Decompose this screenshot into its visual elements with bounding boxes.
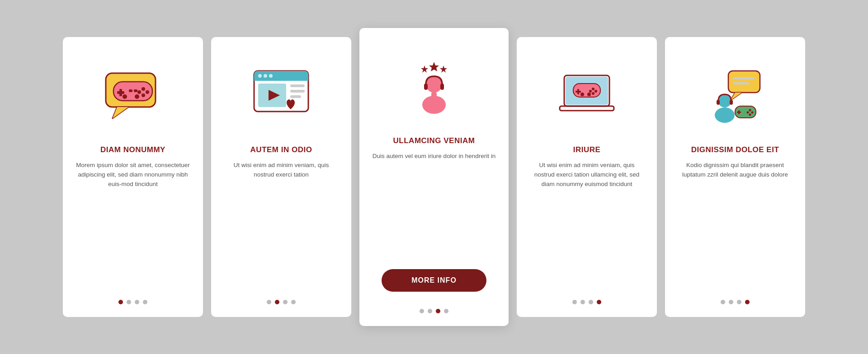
card-4: IRIURE Ut wisi enim ad minim veniam, qui… bbox=[517, 37, 657, 317]
svg-rect-56 bbox=[737, 112, 741, 113]
svg-rect-45 bbox=[728, 71, 760, 93]
svg-marker-27 bbox=[440, 65, 447, 73]
svg-rect-10 bbox=[129, 89, 132, 92]
dot bbox=[127, 300, 131, 304]
svg-point-43 bbox=[580, 93, 584, 96]
svg-point-18 bbox=[264, 74, 267, 78]
card-3-text: Duis autem vel eum iriure dolor in hendr… bbox=[373, 152, 495, 261]
more-info-button[interactable]: MORE INFO bbox=[382, 269, 487, 292]
dot bbox=[420, 309, 424, 313]
svg-point-31 bbox=[422, 96, 446, 114]
svg-marker-2 bbox=[113, 107, 128, 118]
svg-rect-22 bbox=[290, 84, 305, 87]
dot bbox=[118, 300, 123, 304]
card-5-text: Kodio dignissim qui blandit praesent lup… bbox=[678, 161, 793, 292]
svg-rect-32 bbox=[431, 92, 437, 98]
dot bbox=[721, 300, 725, 304]
card-2-text: Ut wisi enim ad minim veniam, quis nostr… bbox=[224, 161, 339, 292]
svg-point-42 bbox=[592, 92, 594, 95]
card-1-text: Morem ipsum dolor sit amet, consectetuer… bbox=[75, 161, 190, 292]
card-2: AUTEM IN ODIO Ut wisi enim ad minim veni… bbox=[211, 37, 351, 317]
svg-point-12 bbox=[123, 94, 127, 99]
card-5: DIGNISSIM DOLOE EIT Kodio dignissim qui … bbox=[665, 37, 805, 317]
dot bbox=[267, 300, 271, 304]
svg-rect-49 bbox=[733, 82, 749, 84]
svg-point-44 bbox=[587, 93, 591, 96]
svg-point-58 bbox=[751, 112, 754, 114]
card-1-dots bbox=[118, 300, 147, 304]
dot bbox=[135, 300, 139, 304]
svg-point-13 bbox=[135, 94, 139, 99]
card-2-dots bbox=[267, 300, 296, 304]
svg-rect-23 bbox=[290, 90, 305, 93]
svg-point-60 bbox=[749, 114, 751, 116]
svg-point-41 bbox=[589, 90, 592, 93]
card-5-title: DIGNISSIM DOLOE EIT bbox=[691, 145, 779, 154]
player-stars-icon bbox=[405, 57, 463, 116]
card-3-title: ULLAMCING VENIAM bbox=[393, 136, 475, 145]
svg-point-7 bbox=[146, 90, 149, 94]
dot bbox=[737, 300, 741, 304]
dot bbox=[444, 309, 448, 313]
dot bbox=[428, 309, 432, 313]
dot bbox=[729, 300, 733, 304]
svg-point-57 bbox=[749, 109, 751, 112]
svg-point-6 bbox=[142, 87, 145, 91]
svg-point-39 bbox=[592, 88, 594, 90]
svg-rect-48 bbox=[733, 77, 755, 79]
svg-rect-35 bbox=[560, 106, 614, 111]
svg-rect-53 bbox=[730, 100, 733, 105]
dot bbox=[283, 300, 288, 304]
svg-rect-24 bbox=[290, 95, 301, 98]
dot bbox=[597, 300, 601, 304]
dot bbox=[589, 300, 593, 304]
chat-gamepad-icon bbox=[104, 66, 162, 125]
dot bbox=[572, 300, 577, 304]
svg-point-8 bbox=[137, 90, 141, 94]
dot bbox=[275, 300, 279, 304]
svg-point-17 bbox=[258, 74, 262, 78]
card-4-title: IRIURE bbox=[573, 145, 601, 154]
chat-player-icon bbox=[706, 66, 764, 125]
card-4-dots bbox=[572, 300, 601, 304]
card-4-text: Ut wisi enim ad minim veniam, quis nostr… bbox=[529, 161, 644, 292]
svg-point-59 bbox=[747, 112, 749, 114]
dot bbox=[580, 300, 585, 304]
card-3-dots bbox=[420, 309, 448, 313]
dot bbox=[291, 300, 296, 304]
svg-marker-25 bbox=[421, 65, 428, 73]
card-1-icon-area bbox=[75, 51, 190, 141]
svg-point-9 bbox=[142, 93, 145, 97]
svg-point-50 bbox=[715, 107, 735, 123]
svg-point-19 bbox=[269, 74, 273, 78]
dot bbox=[745, 300, 750, 304]
svg-rect-29 bbox=[424, 84, 428, 90]
dot bbox=[436, 309, 440, 313]
svg-marker-26 bbox=[429, 62, 439, 71]
dot bbox=[143, 300, 147, 304]
card-1-title: DIAM NONUMMY bbox=[100, 145, 165, 154]
svg-rect-52 bbox=[717, 100, 720, 105]
card-3-icon-area bbox=[372, 42, 496, 132]
svg-point-40 bbox=[594, 90, 597, 93]
svg-rect-11 bbox=[134, 89, 137, 92]
card-1: DIAM NONUMMY Morem ipsum dolor sit amet,… bbox=[63, 37, 203, 317]
laptop-gamepad-icon bbox=[557, 66, 616, 125]
card-5-icon-area bbox=[678, 51, 793, 141]
cards-container: DIAM NONUMMY Morem ipsum dolor sit amet,… bbox=[36, 10, 832, 344]
card-2-title: AUTEM IN ODIO bbox=[250, 145, 312, 154]
card-2-icon-area bbox=[224, 51, 339, 141]
svg-rect-30 bbox=[440, 84, 444, 90]
card-5-dots bbox=[721, 300, 750, 304]
video-browser-icon bbox=[252, 66, 311, 125]
svg-rect-38 bbox=[576, 91, 581, 93]
card-4-icon-area bbox=[529, 51, 644, 141]
svg-rect-5 bbox=[117, 91, 124, 94]
svg-rect-16 bbox=[254, 77, 308, 81]
card-3: ULLAMCING VENIAM Duis autem vel eum iriu… bbox=[359, 28, 509, 326]
